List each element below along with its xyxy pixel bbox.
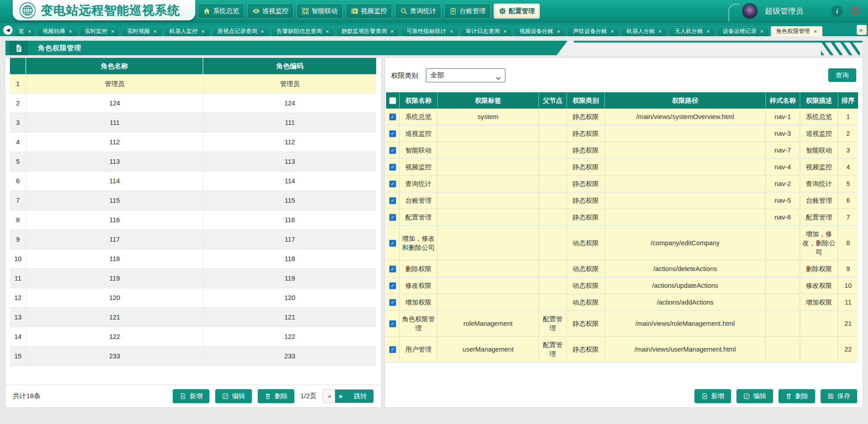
tab-item[interactable]: 实时监控× [80,26,120,36]
role-row[interactable]: 4112112 [10,133,376,152]
tab-item[interactable]: 告警缺陷信息查询× [271,26,335,36]
close-icon[interactable]: × [260,29,264,34]
close-icon[interactable]: × [760,29,764,34]
nav-button-home[interactable]: 系统总览 [198,4,244,19]
role-edit-button[interactable]: 编辑 [215,389,252,403]
tab-item[interactable]: 实时视频× [122,26,162,36]
row-checkbox[interactable]: ✓ [389,299,396,306]
tab-item[interactable]: 审计日志查询× [460,26,512,36]
close-icon[interactable]: × [610,29,614,34]
role-row[interactable]: 3111111 [10,113,376,133]
role-add-button[interactable]: 新增 [173,389,209,403]
role-row[interactable]: 8116116 [10,210,376,230]
role-code-cell: 121 [203,308,376,327]
role-row[interactable]: 5113113 [10,152,376,172]
role-row[interactable]: 1管理员管理员 [10,74,376,94]
tab-item[interactable]: 览× [14,26,35,36]
close-icon[interactable]: × [557,29,561,34]
row-checkbox[interactable]: ✓ [389,282,396,289]
role-row[interactable]: 11119119 [10,269,376,288]
perm-row[interactable]: ✓台账管理静态权限nav-5台账管理6 [386,192,858,209]
user-area: 超级管理员 i [742,0,861,22]
tab-item[interactable]: 设备运维记录× [717,26,769,36]
close-icon[interactable]: × [450,29,453,34]
perm-row[interactable]: ✓角色权限管理roleManagement配置管理静态权限/main/views… [386,311,858,337]
row-checkbox[interactable]: ✓ [389,147,396,154]
nav-button-eye[interactable]: 巡视监控 [247,4,293,19]
select-all-checkbox[interactable] [389,97,396,104]
close-icon[interactable]: × [503,29,507,34]
tab-item[interactable]: 角色权限管理× [771,26,823,36]
row-checkbox[interactable]: ✓ [389,130,396,137]
tab-item[interactable]: 无人机台账× [669,26,715,36]
nav-button-search[interactable]: 查询统计 [395,4,441,19]
tab-item[interactable]: 机器人监控× [164,26,210,36]
perm-row[interactable]: ✓增加权限动态权限/actions/addActions增加权限11 [386,294,858,311]
tab-item[interactable]: 视频轮播× [37,26,78,36]
query-button[interactable]: 查询 [828,68,856,82]
close-icon[interactable]: × [707,29,710,34]
tab-item[interactable]: 声纹设备台账× [567,26,619,36]
nav-button-link[interactable]: 智能联动 [297,4,343,19]
role-row[interactable]: 15233233 [10,347,376,366]
permission-type-select[interactable]: 全部 [426,68,505,82]
role-row[interactable]: 6114114 [10,172,376,191]
row-checkbox[interactable]: ✓ [389,164,396,171]
row-checkbox[interactable]: ✓ [389,181,396,187]
close-icon[interactable]: × [814,29,817,34]
role-row[interactable]: 7115115 [10,191,376,210]
perm-row[interactable]: ✓删除权限动态权限/actions/deleteActions删除权限9 [386,261,858,277]
tab-item[interactable]: 机器人台账× [621,26,667,36]
info-icon[interactable]: i [831,5,843,17]
role-row[interactable]: 14122122 [10,327,376,347]
perm-row[interactable]: ✓用户管理userManagement配置管理静态权限/main/views/u… [386,337,858,362]
perm-row[interactable]: ✓增加，修改和删除公司动态权限/company/editCompany增加，修改… [386,226,858,261]
perm-row[interactable]: ✓系统总览system静态权限/main/views/systemOvervie… [386,109,858,125]
perm-edit-button[interactable]: 编辑 [736,389,773,403]
close-icon[interactable]: × [326,29,329,34]
row-checkbox[interactable]: ✓ [389,320,396,327]
tab-item[interactable]: 巡视点记录查询× [212,26,269,36]
close-icon[interactable]: × [659,29,662,34]
row-checkbox[interactable]: ✓ [389,114,396,120]
role-row[interactable]: 12120120 [10,288,376,308]
perm-row[interactable]: ✓配置管理静态权限nav-6配置管理7 [386,209,858,226]
role-row[interactable]: 13121121 [10,308,376,327]
role-delete-button[interactable]: 删除 [258,389,294,403]
next-page-icon[interactable]: ▶ [335,390,347,403]
avatar[interactable] [742,3,758,19]
close-icon[interactable]: × [201,29,205,34]
row-checkbox[interactable]: ✓ [389,240,396,247]
close-icon[interactable]: × [153,29,157,34]
close-icon[interactable]: × [391,29,394,34]
tab-item[interactable]: 可靠性指标统计× [401,26,458,36]
close-icon[interactable]: × [69,29,72,34]
perm-save-button[interactable]: 保存 [821,389,857,403]
perm-row[interactable]: ✓巡视监控静态权限nav-3巡视监控2 [386,125,858,142]
row-checkbox[interactable]: ✓ [389,214,396,221]
nav-button-gear[interactable]: 配置管理 [494,4,540,19]
perm-row[interactable]: ✓视频监控静态权限nav-4视频监控4 [386,159,858,176]
tab-scroll-right-icon[interactable]: ▶ [857,25,867,35]
tab-scroll-left-icon[interactable]: ◀ [3,25,13,35]
tab-item[interactable]: 静默监视告警查询× [336,26,400,36]
prev-page-icon[interactable]: ◀ [323,390,335,403]
jump-page-button[interactable]: 跳转 [347,390,373,403]
tab-item[interactable]: 视频设备台账× [514,26,566,36]
row-checkbox[interactable]: ✓ [389,346,396,353]
role-row[interactable]: 9117117 [10,230,376,249]
power-icon[interactable] [850,5,861,16]
perm-add-button[interactable]: 新增 [694,389,731,403]
role-row[interactable]: 2124124 [10,94,376,113]
close-icon[interactable]: × [28,29,32,34]
row-checkbox[interactable]: ✓ [389,197,396,204]
nav-button-clipboard[interactable]: 台账管理 [444,4,491,19]
perm-row[interactable]: ✓智能联动静态权限nav-7智能联动3 [386,142,858,159]
perm-delete-button[interactable]: 删除 [778,389,815,403]
perm-row[interactable]: ✓查询统计静态权限nav-2查询统计5 [386,176,858,192]
close-icon[interactable]: × [111,29,115,34]
perm-row[interactable]: ✓修改权限动态权限/actions/updateActions修改权限10 [386,277,858,294]
nav-button-video[interactable]: 视频监控 [346,4,392,19]
role-row[interactable]: 10118118 [10,249,376,269]
row-checkbox[interactable]: ✓ [389,266,396,272]
